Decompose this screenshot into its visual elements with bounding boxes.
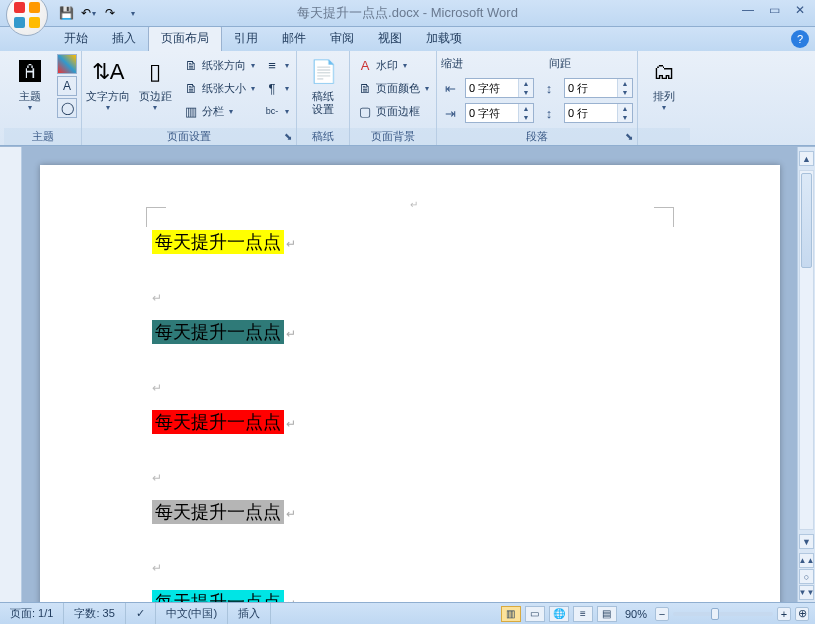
- text-line[interactable]: 每天提升一点点↵: [152, 409, 780, 437]
- redo-button[interactable]: ↷: [100, 3, 120, 23]
- manuscript-button[interactable]: 📄 稿纸 设置: [301, 54, 345, 116]
- indent-left-field[interactable]: [466, 82, 518, 94]
- undo-button[interactable]: ↶▾: [78, 3, 98, 23]
- empty-para[interactable]: ↵: [152, 465, 780, 491]
- zoom-level[interactable]: 90%: [625, 608, 647, 620]
- arrange-button[interactable]: 🗂 排列 ▾: [642, 54, 686, 112]
- orientation-button[interactable]: 🗎纸张方向▾: [180, 54, 258, 76]
- view-full-screen[interactable]: ▭: [525, 606, 545, 622]
- save-button[interactable]: 💾: [56, 3, 76, 23]
- themes-button[interactable]: 🅰 主题 ▾: [8, 54, 52, 112]
- highlighted-text[interactable]: 每天提升一点点: [152, 320, 284, 344]
- spinner-buttons[interactable]: ▲▼: [518, 79, 533, 97]
- spinner-buttons[interactable]: ▲▼: [518, 104, 533, 122]
- prev-page-button[interactable]: ▲▲: [799, 553, 814, 568]
- breaks-button[interactable]: ≡▾: [261, 54, 292, 76]
- ribbon-tabs: 开始 插入 页面布局 引用 邮件 审阅 视图 加载项 ?: [0, 27, 815, 51]
- indent-right-input[interactable]: ▲▼: [465, 103, 534, 123]
- browse-object-button[interactable]: ○: [799, 569, 814, 584]
- space-after-field[interactable]: [565, 107, 617, 119]
- status-insert-mode[interactable]: 插入: [228, 603, 271, 624]
- help-button[interactable]: ?: [791, 30, 809, 48]
- text-line[interactable]: 每天提升一点点↵: [152, 499, 780, 527]
- page-color-button[interactable]: 🗎页面颜色▾: [354, 77, 432, 99]
- scrollbar-thumb[interactable]: [801, 173, 812, 268]
- columns-button[interactable]: ▥分栏▾: [180, 100, 258, 122]
- tab-addins[interactable]: 加载项: [414, 26, 474, 51]
- zoom-slider[interactable]: [673, 612, 773, 616]
- indent-right-icon: ⇥: [441, 104, 459, 122]
- vertical-scrollbar[interactable]: ▲ ▼ ▲▲ ○ ▼▼: [797, 147, 815, 602]
- status-proofing[interactable]: ✓: [126, 603, 156, 624]
- maximize-button[interactable]: ▭: [761, 1, 787, 18]
- tab-mailings[interactable]: 邮件: [270, 26, 318, 51]
- group-arrange: 🗂 排列 ▾: [638, 51, 690, 145]
- group-label-page-background: 页面背景: [350, 128, 436, 145]
- arrange-icon: 🗂: [648, 56, 680, 88]
- tab-page-layout[interactable]: 页面布局: [148, 25, 222, 51]
- tab-view[interactable]: 视图: [366, 26, 414, 51]
- space-before-field[interactable]: [565, 82, 617, 94]
- scroll-down-button[interactable]: ▼: [799, 534, 814, 549]
- view-print-layout[interactable]: ▥: [501, 606, 521, 622]
- vertical-ruler[interactable]: [0, 147, 22, 602]
- view-outline[interactable]: ≡: [573, 606, 593, 622]
- qat-customize[interactable]: ▾: [122, 3, 142, 23]
- empty-para[interactable]: ↵: [152, 375, 780, 401]
- tab-home[interactable]: 开始: [52, 26, 100, 51]
- empty-para[interactable]: ↵: [152, 285, 780, 311]
- highlighted-text[interactable]: 每天提升一点点: [152, 590, 284, 602]
- group-label-page-setup: 页面设置⬊: [82, 128, 296, 145]
- highlighted-text[interactable]: 每天提升一点点: [152, 500, 284, 524]
- hyphenation-button[interactable]: bc-▾: [261, 100, 292, 122]
- paper-size-button[interactable]: 🗎纸张大小▾: [180, 77, 258, 99]
- status-word-count[interactable]: 字数: 35: [64, 603, 125, 624]
- tab-insert[interactable]: 插入: [100, 26, 148, 51]
- view-web-layout[interactable]: 🌐: [549, 606, 569, 622]
- highlighted-text[interactable]: 每天提升一点点: [152, 410, 284, 434]
- zoom-slider-handle[interactable]: [711, 608, 719, 620]
- close-button[interactable]: ✕: [787, 1, 813, 18]
- page-border-button[interactable]: ▢页面边框: [354, 100, 432, 122]
- margins-button[interactable]: ▯ 页边距 ▾: [133, 54, 177, 112]
- next-page-button[interactable]: ▼▼: [799, 585, 814, 600]
- text-direction-button[interactable]: ⇅A 文字方向 ▾: [86, 54, 130, 112]
- zoom-out-button[interactable]: −: [655, 607, 669, 621]
- theme-colors-button[interactable]: [57, 54, 77, 74]
- text-line[interactable]: 每天提升一点点↵: [152, 589, 780, 602]
- tab-review[interactable]: 审阅: [318, 26, 366, 51]
- theme-effects-button[interactable]: ◯: [57, 98, 77, 118]
- theme-options: A ◯: [57, 54, 77, 118]
- space-before-input[interactable]: ▲▼: [564, 78, 633, 98]
- spinner-buttons[interactable]: ▲▼: [617, 104, 632, 122]
- text-line[interactable]: 每天提升一点点↵: [152, 319, 780, 347]
- scrollbar-track[interactable]: [799, 170, 814, 530]
- minimize-button[interactable]: —: [735, 1, 761, 18]
- manuscript-label: 稿纸 设置: [312, 90, 334, 116]
- space-after-input[interactable]: ▲▼: [564, 103, 633, 123]
- chevron-down-icon: ▾: [662, 103, 666, 112]
- indent-right-field[interactable]: [466, 107, 518, 119]
- text-line[interactable]: 每天提升一点点↵: [152, 229, 780, 257]
- indent-left-input[interactable]: ▲▼: [465, 78, 534, 98]
- status-page[interactable]: 页面: 1/1: [0, 603, 64, 624]
- status-language[interactable]: 中文(中国): [156, 603, 228, 624]
- para-mark-icon: ↵: [286, 417, 296, 431]
- spinner-buttons[interactable]: ▲▼: [617, 79, 632, 97]
- page[interactable]: ↵ 每天提升一点点↵↵每天提升一点点↵↵每天提升一点点↵↵每天提升一点点↵↵每天…: [40, 165, 780, 602]
- chevron-down-icon: ▾: [92, 9, 96, 18]
- empty-para[interactable]: ↵: [152, 555, 780, 581]
- tab-references[interactable]: 引用: [222, 26, 270, 51]
- watermark-button[interactable]: A水印▾: [354, 54, 432, 76]
- dialog-launcher[interactable]: ⬊: [623, 131, 634, 142]
- scroll-up-button[interactable]: ▲: [799, 151, 814, 166]
- chevron-down-icon: ▾: [425, 84, 429, 93]
- document-viewport[interactable]: ↵ 每天提升一点点↵↵每天提升一点点↵↵每天提升一点点↵↵每天提升一点点↵↵每天…: [22, 147, 797, 602]
- zoom-in-button[interactable]: +: [777, 607, 791, 621]
- line-numbers-button[interactable]: ¶▾: [261, 77, 292, 99]
- theme-fonts-button[interactable]: A: [57, 76, 77, 96]
- view-draft[interactable]: ▤: [597, 606, 617, 622]
- highlighted-text[interactable]: 每天提升一点点: [152, 230, 284, 254]
- zoom-fit-button[interactable]: ⊕: [795, 607, 809, 621]
- dialog-launcher[interactable]: ⬊: [282, 131, 293, 142]
